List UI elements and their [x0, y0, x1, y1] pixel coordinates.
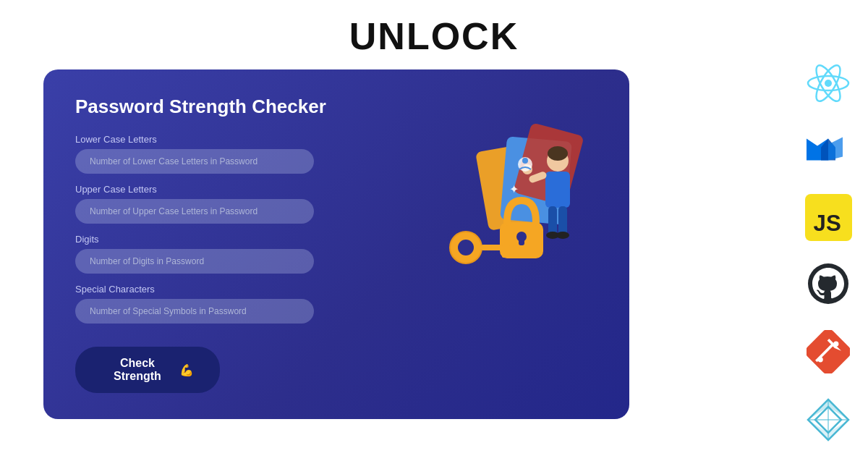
- tech-icons-column: JS: [803, 58, 854, 445]
- svg-text:JS: JS: [814, 211, 841, 236]
- svg-marker-29: [828, 138, 843, 161]
- github-icon: [803, 258, 854, 309]
- upper-case-label: Upper Case Letters: [75, 184, 430, 195]
- digits-group: Digits: [75, 234, 430, 274]
- upper-case-group: Upper Case Letters: [75, 184, 430, 224]
- page-title: UNLOCK: [0, 0, 868, 58]
- svg-point-7: [458, 240, 474, 255]
- svg-rect-9: [509, 245, 514, 255]
- svg-point-12: [548, 146, 568, 161]
- digits-label: Digits: [75, 234, 430, 245]
- lower-case-group: Lower Case Letters: [75, 134, 430, 174]
- svg-point-17: [556, 232, 569, 239]
- svg-rect-10: [502, 245, 506, 258]
- svg-rect-14: [548, 206, 557, 235]
- lower-case-input[interactable]: [75, 149, 314, 174]
- upper-case-input[interactable]: [75, 199, 314, 224]
- mui-icon: [803, 126, 854, 177]
- illustration-area: ✦: [430, 96, 597, 342]
- svg-point-21: [522, 158, 528, 164]
- git-icon: [803, 326, 854, 377]
- illustration-svg: ✦: [417, 88, 590, 291]
- check-strength-label: Check Strength: [101, 357, 174, 383]
- check-strength-emoji: 💪: [179, 363, 194, 377]
- diamond-icon: [803, 394, 854, 445]
- special-chars-label: Special Characters: [75, 284, 430, 295]
- svg-point-23: [825, 80, 832, 87]
- svg-rect-15: [558, 206, 567, 235]
- check-strength-button[interactable]: Check Strength 💪: [75, 347, 220, 393]
- password-checker-card: Password Strength Checker Lower Case Let…: [43, 69, 629, 419]
- lower-case-label: Lower Case Letters: [75, 134, 430, 145]
- svg-rect-8: [480, 245, 520, 250]
- svg-rect-5: [519, 237, 524, 245]
- card-title: Password Strength Checker: [75, 96, 430, 118]
- react-icon: [803, 58, 854, 109]
- special-chars-group: Special Characters: [75, 284, 430, 324]
- special-chars-input[interactable]: [75, 299, 314, 324]
- svg-text:✦: ✦: [509, 183, 519, 195]
- svg-point-34: [833, 342, 838, 347]
- js-icon: JS: [805, 194, 852, 241]
- svg-rect-13: [545, 172, 570, 208]
- digits-input[interactable]: [75, 249, 314, 274]
- svg-point-35: [818, 357, 823, 362]
